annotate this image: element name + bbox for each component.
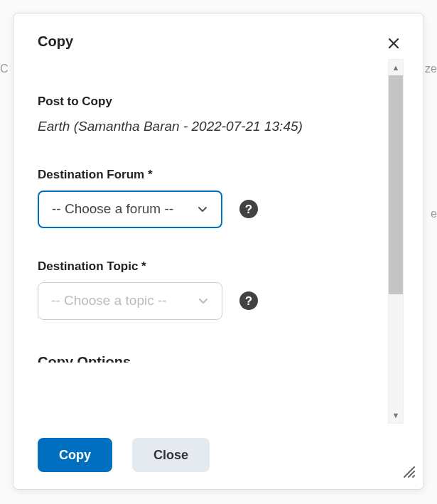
resize-handle[interactable] [402, 465, 415, 481]
topic-help-button[interactable]: ? [239, 291, 258, 310]
topic-control-row: -- Choose a topic -- ? [38, 282, 378, 320]
destination-topic-section: Destination Topic * -- Choose a topic --… [38, 259, 378, 320]
post-to-copy-value: Earth (Samantha Baran - 2022-07-21 13:45… [38, 117, 378, 136]
cutoff-heading: Copy Options [38, 354, 378, 363]
scroll-track[interactable] [389, 75, 403, 407]
copy-button[interactable]: Copy [38, 438, 112, 472]
vertical-scrollbar[interactable]: ▲ ▼ [388, 59, 404, 424]
copy-dialog: Copy Post to Copy Earth (Samantha Baran … [13, 13, 424, 490]
destination-forum-label: Destination Forum * [38, 168, 378, 182]
post-to-copy-section: Post to Copy Earth (Samantha Baran - 202… [38, 95, 378, 136]
dialog-body-wrap: Post to Copy Earth (Samantha Baran - 202… [38, 59, 404, 424]
dialog-title: Copy [38, 33, 73, 50]
topic-select-value: -- Choose a topic -- [51, 293, 167, 309]
chevron-down-icon [197, 203, 208, 215]
destination-topic-label: Destination Topic * [38, 259, 378, 274]
dialog-body: Post to Copy Earth (Samantha Baran - 202… [38, 59, 382, 424]
destination-forum-select[interactable]: -- Choose a forum -- [38, 191, 222, 228]
backdrop-text-left: C [0, 63, 9, 75]
scroll-up-arrow[interactable]: ▲ [389, 60, 403, 75]
dialog-header: Copy [38, 33, 404, 53]
forum-help-button[interactable]: ? [239, 200, 258, 218]
close-icon [387, 36, 401, 50]
backdrop-text-right-1: ze [425, 63, 437, 75]
forum-control-row: -- Choose a forum -- ? [38, 191, 378, 228]
destination-topic-select[interactable]: -- Choose a topic -- [38, 282, 222, 320]
dialog-footer: Copy Close [38, 438, 404, 472]
resize-icon [402, 465, 415, 478]
chevron-down-icon [198, 295, 209, 306]
scroll-thumb[interactable] [389, 75, 403, 294]
scroll-down-arrow[interactable]: ▼ [389, 407, 403, 423]
forum-select-value: -- Choose a forum -- [52, 201, 173, 217]
close-footer-button[interactable]: Close [132, 438, 210, 472]
post-to-copy-label: Post to Copy [38, 95, 378, 109]
close-button[interactable] [384, 33, 404, 53]
destination-forum-section: Destination Forum * -- Choose a forum --… [38, 168, 378, 228]
backdrop-text-right-2: e [431, 208, 437, 220]
